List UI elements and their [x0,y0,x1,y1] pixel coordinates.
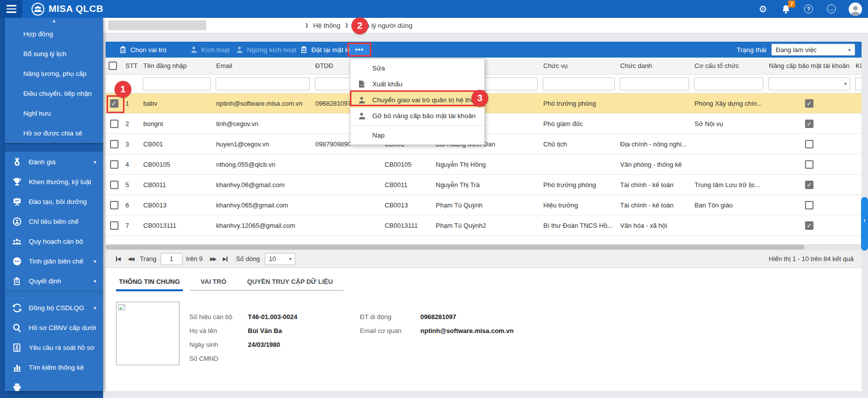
cell-org [692,154,766,174]
last-page-button[interactable]: ▶ [219,256,231,262]
tab-active[interactable]: THÔNG TIN CHUNG [118,269,181,294]
security-upgrade-checkbox[interactable]: ✓ [805,221,813,230]
filter-select[interactable]: ▾ [768,77,850,90]
security-upgrade-checkbox[interactable] [805,160,813,169]
sidebar-item[interactable]: Đồng bộ CSDLQG▾ [5,298,103,318]
table-row[interactable]: 7CB0013111khanhvy.12065@gmail.comCB00131… [106,215,862,236]
row-checkbox[interactable] [110,140,118,148]
column-header[interactable]: Cơ cấu tổ chức [692,58,766,74]
context-menu-item[interactable]: Nạp [350,125,484,143]
row-checkbox[interactable] [110,201,118,209]
context-menu-item-label: Nạp [372,132,385,139]
row-checkbox[interactable] [110,181,118,189]
filter-input[interactable] [620,77,689,90]
hamburger-menu-button[interactable] [0,0,22,18]
table-row[interactable]: 6CB0013khanhvy.065@gmail.comCB0013Phạm T… [106,195,862,215]
horizontal-scrollbar-thumb[interactable] [106,245,805,250]
security-upgrade-checkbox[interactable] [805,140,813,148]
toolbar-button[interactable]: Chọn vai trò [119,42,167,58]
status-filter-label: Trạng thái [737,46,766,54]
user-avatar[interactable] [849,2,862,16]
security-upgrade-checkbox[interactable]: ✓ [805,181,813,189]
column-header[interactable]: Nâng cấp bảo mật tài khoản [766,58,853,74]
column-header[interactable]: Chức danh [617,58,692,74]
table-row[interactable]: 4CB00105nthong.055@qlcb.vnCB00105Nguyễn … [106,154,862,175]
column-header[interactable]: Kí... [853,58,862,74]
page-label: Trang [140,255,156,263]
row-checkbox[interactable] [110,221,118,230]
filter-input[interactable] [694,77,763,90]
settings-gear-icon[interactable]: ⚙ [757,3,768,14]
context-menu-item[interactable]: Gỡ bỏ nâng cấp bảo mật tài khoản [350,108,484,124]
previous-page-button[interactable]: ◀◀ [124,256,137,262]
context-menu-item[interactable]: Xuất khẩu [350,76,484,92]
sidebar-item[interactable]: Tìm kiếm thống kê [5,357,103,377]
sidebar-item[interactable]: Chỉ tiêu biên chế [5,211,103,231]
detail-fields-right: ĐT di động0968281097Email cơ quannptinh@… [360,310,514,337]
sidebar-item[interactable]: Quy hoạch cán bộ [5,231,103,251]
sidebar-item[interactable]: Tinh giản biên chế▾ [5,251,103,271]
ellipsis-circle-icon [12,256,22,266]
sidebar-item[interactable]: Hồ sơ CBNV cấp dưới [5,318,103,337]
sidebar-item[interactable]: Đào tạo, bồi dưỡng [5,192,103,211]
column-header[interactable]: Tên đăng nhập [140,58,213,74]
sidebar-subitem[interactable]: Nâng lương, phụ cấp [5,64,103,83]
rows-per-page-select[interactable]: 10 ▾ [265,253,295,265]
people-group-icon [12,236,22,246]
row-checkbox[interactable] [110,160,118,169]
filter-input[interactable] [543,77,615,90]
page-number-input[interactable]: 1 [161,253,182,265]
sidebar-item[interactable]: Quyết định▾ [5,271,103,291]
sidebar-item[interactable]: Khen thưởng, kỷ luật [5,172,103,192]
column-header[interactable]: Email [213,58,312,74]
sidebar-subitem[interactable]: Hồ sơ được chia sẻ [5,123,103,143]
sidebar-scroll-up-icon[interactable]: ▲ [5,18,103,24]
expand-panel-chevron-icon[interactable]: ‹ [861,214,868,225]
security-upgrade-checkbox[interactable]: ✓ [805,120,813,128]
table-row[interactable]: 5CB0011khanhvy.06@gmail.comCB0011Nguyễn … [106,175,862,195]
row-checkbox[interactable] [110,120,118,128]
column-header[interactable]: Chức vụ [540,58,617,74]
sidebar-subitem[interactable]: Nghỉ hưu [5,103,103,123]
trophy-icon [12,177,22,187]
cell-code: CB00105 [382,154,433,174]
cell-activated [853,134,862,154]
more-options-icon[interactable]: ... [826,3,837,14]
annotation-step-3: 3 [471,90,488,107]
security-upgrade-checkbox[interactable] [805,201,813,209]
tab-inactive[interactable]: QUYỀN TRUY CẬP DỮ LIỆU [246,269,334,294]
toolbar-button[interactable]: Kích hoạt [190,42,230,58]
security-upgrade-checkbox[interactable]: ✓ [805,99,813,108]
next-page-button[interactable]: ▶▶ [207,256,219,262]
sidebar-item[interactable]: Yêu cầu rà soát hồ sơ [5,337,103,357]
select-all-checkbox[interactable] [109,62,117,70]
sidebar-subitem[interactable]: Bổ sung lý lịch [5,44,103,64]
tab-inactive[interactable]: VAI TRÒ [200,269,228,294]
status-filter-value: Đang làm việc [776,46,816,54]
notifications-bell-icon[interactable]: 7 [780,3,791,14]
breadcrumb-separator-icon: › [305,18,308,32]
sidebar-item[interactable]: Đánh giá▾ [5,152,103,172]
toolbar-button[interactable]: Ngừng kích hoạt [235,42,296,58]
select-all-header[interactable] [106,58,122,74]
horizontal-scrollbar[interactable] [106,244,862,250]
filter-input[interactable] [216,77,310,90]
help-icon[interactable]: ? [803,3,814,14]
sidebar-subitem-label: Hồ sơ được chia sẻ [23,130,82,137]
column-header[interactable]: STT [122,58,140,74]
cell-code: CB0013111 [382,215,433,235]
filter-input[interactable] [855,77,862,90]
filter-input[interactable] [143,77,211,90]
status-filter-select[interactable]: Đang làm việc ▾ [771,44,855,56]
breadcrumb-item-system[interactable]: Hệ thống [313,22,341,29]
context-menu-item[interactable]: Sửa [350,60,484,76]
sidebar-item-label: Tìm kiếm thống kê [29,364,84,371]
cell-position: Bí thư Đoàn TNCS Hồ... [540,215,617,235]
cell-title: Tài chính - kế toán [617,175,692,195]
person-minus-icon [235,46,243,54]
sidebar-item[interactable] [5,377,103,391]
sidebar-subitem[interactable]: Hợp đồng [5,24,103,44]
id-card-icon [12,342,22,352]
first-page-button[interactable]: ◀ [113,256,124,262]
sidebar-subitem[interactable]: Điều chuyển, tiếp nhận [5,83,103,103]
